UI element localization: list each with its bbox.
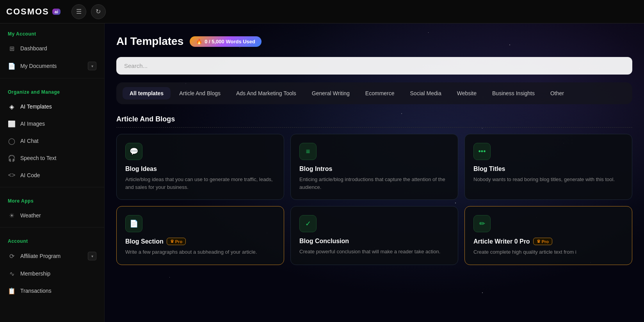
blog-section-pro-badge: ♛ Pro	[167, 238, 186, 245]
blog-intros-title: Blog Intros	[299, 165, 332, 173]
card-blog-conclusion[interactable]: ✓ Blog Conclusion Create powerful conclu…	[290, 206, 458, 265]
sidebar: My Account ⊞ Dashboard 📄 My Documents ▾ …	[0, 23, 105, 322]
sidebar-divider-2	[0, 187, 104, 187]
membership-icon: ∿	[8, 270, 16, 278]
organize-label: Organize and Manage	[0, 82, 104, 98]
tab-ecommerce[interactable]: Ecommerce	[358, 87, 402, 100]
sidebar-item-speech-to-text[interactable]: 🎧 Speech to Text	[0, 149, 104, 167]
blog-titles-title-row: Blog Titles	[473, 165, 623, 173]
tab-article-blogs[interactable]: Article And Blogs	[172, 87, 228, 100]
tabs-container: All templates Article And Blogs Ads And …	[116, 82, 632, 104]
blog-section-title: Blog Section	[125, 238, 164, 245]
blog-intros-title-row: Blog Intros	[299, 165, 449, 173]
sidebar-item-weather-label: Weather	[20, 212, 41, 219]
sidebar-item-ai-templates[interactable]: ◈ AI Templates	[0, 98, 104, 115]
card-blog-section[interactable]: 📄 Blog Section ♛ Pro Write a few paragra…	[116, 206, 284, 265]
topbar: COSMOS ai ☰ ↻	[0, 0, 644, 23]
blog-titles-title: Blog Titles	[473, 165, 505, 173]
card-blog-titles[interactable]: ••• Blog Titles Nobody wants to read bor…	[464, 134, 632, 200]
transactions-icon: 📋	[8, 287, 16, 295]
my-account-label: My Account	[0, 23, 104, 40]
flame-icon: 🔥	[196, 39, 202, 44]
sidebar-item-weather[interactable]: ☀ Weather	[0, 207, 104, 224]
tab-ads-marketing[interactable]: Ads And Marketing Tools	[229, 87, 303, 100]
speech-icon: 🎧	[8, 154, 16, 162]
article-writer-desc: Create complete high quality article tex…	[473, 248, 623, 256]
refresh-icon: ↻	[96, 8, 101, 15]
documents-icon: 📄	[8, 62, 16, 70]
tab-other[interactable]: Other	[543, 87, 571, 100]
tab-website[interactable]: Website	[450, 87, 484, 100]
blog-ideas-desc: Article/blog ideas that you can use to g…	[125, 176, 275, 191]
article-writer-pro-badge: ♛ Pro	[533, 238, 552, 245]
blog-conclusion-title-row: Blog Conclusion	[299, 238, 449, 245]
sidebar-item-affiliate[interactable]: ⟳ Affiliate Program ▾	[0, 247, 104, 265]
blog-intros-icon: ≡	[299, 143, 317, 160]
article-writer-icon: ✏	[473, 215, 491, 232]
section-heading: Article And Blogs	[116, 115, 632, 128]
sidebar-item-code-label: AI Code	[20, 172, 40, 178]
card-article-writer[interactable]: ✏ Article Writer 0 Pro ♛ Pro Create comp…	[464, 206, 632, 265]
blog-ideas-title: Blog Ideas	[125, 165, 157, 173]
search-container	[116, 57, 632, 75]
sidebar-item-dashboard[interactable]: ⊞ Dashboard	[0, 40, 104, 57]
sidebar-item-templates-label: AI Templates	[20, 103, 52, 110]
sidebar-item-speech-label: Speech to Text	[20, 155, 56, 161]
blog-intros-desc: Enticing article/blog introductions that…	[299, 176, 449, 191]
page-title: AI Templates	[116, 35, 183, 48]
blog-section-title-row: Blog Section ♛ Pro	[125, 238, 275, 245]
ai-images-icon: ⬜	[8, 120, 16, 128]
tab-business-insights[interactable]: Business Insights	[485, 87, 542, 100]
tab-social-media[interactable]: Social Media	[403, 87, 448, 100]
sidebar-item-chat-label: AI Chat	[20, 138, 39, 144]
sidebar-divider-3	[0, 227, 104, 228]
dashboard-icon: ⊞	[8, 44, 16, 52]
content-area: AI Templates 🔥 0 / 5,000 Words Used All …	[105, 23, 644, 322]
menu-icon: ☰	[76, 8, 82, 15]
content-inner: AI Templates 🔥 0 / 5,000 Words Used All …	[105, 23, 644, 277]
words-badge: 🔥 0 / 5,000 Words Used	[190, 36, 262, 47]
blog-section-desc: Write a few paragraphs about a subheadin…	[125, 248, 275, 256]
sidebar-item-ai-chat[interactable]: ◯ AI Chat	[0, 132, 104, 149]
pro-label: Pro	[175, 239, 182, 244]
ai-chat-icon: ◯	[8, 137, 16, 145]
blog-section-icon: 📄	[125, 215, 142, 232]
blog-conclusion-desc: Create powerful conclusion that will mak…	[299, 248, 449, 256]
refresh-button[interactable]: ↻	[91, 4, 106, 19]
sidebar-item-ai-images[interactable]: ⬜ AI Images	[0, 115, 104, 132]
weather-icon: ☀	[8, 212, 16, 219]
logo-badge: ai	[52, 9, 60, 15]
sidebar-item-documents-label: My Documents	[20, 63, 57, 69]
cards-grid: 💬 Blog Ideas Article/blog ideas that you…	[116, 134, 632, 265]
main-layout: My Account ⊞ Dashboard 📄 My Documents ▾ …	[0, 23, 644, 322]
blog-conclusion-title: Blog Conclusion	[299, 238, 349, 245]
search-input[interactable]	[116, 57, 632, 75]
ai-templates-icon: ◈	[8, 103, 16, 110]
sidebar-item-affiliate-label: Affiliate Program	[20, 253, 60, 259]
crown-icon-2: ♛	[537, 239, 541, 244]
blog-conclusion-icon: ✓	[299, 215, 317, 232]
sidebar-item-transactions[interactable]: 📋 Transactions	[0, 282, 104, 299]
logo-text: COSMOS	[6, 7, 49, 17]
sidebar-item-images-label: AI Images	[20, 121, 45, 127]
sidebar-item-ai-code[interactable]: <> AI Code	[0, 167, 104, 184]
sidebar-item-dashboard-label: Dashboard	[20, 45, 47, 52]
account-label: Account	[0, 231, 104, 247]
more-apps-label: More Apps	[0, 190, 104, 207]
article-writer-title: Article Writer 0 Pro	[473, 238, 530, 245]
documents-badge: ▾	[88, 62, 96, 70]
tab-general-writing[interactable]: General Writing	[305, 87, 357, 100]
card-blog-intros[interactable]: ≡ Blog Intros Enticing article/blog intr…	[290, 134, 458, 200]
sidebar-item-transactions-label: Transactions	[20, 288, 52, 294]
blog-ideas-title-row: Blog Ideas	[125, 165, 275, 173]
sidebar-item-my-documents[interactable]: 📄 My Documents ▾	[0, 57, 104, 75]
crown-icon: ♛	[170, 239, 174, 244]
sidebar-item-membership[interactable]: ∿ Membership	[0, 265, 104, 282]
tab-all-templates[interactable]: All templates	[123, 87, 171, 100]
sidebar-item-membership-label: Membership	[20, 270, 50, 277]
blog-titles-desc: Nobody wants to read boring blog titles,…	[473, 176, 623, 183]
card-blog-ideas[interactable]: 💬 Blog Ideas Article/blog ideas that you…	[116, 134, 284, 200]
blog-titles-icon: •••	[473, 143, 491, 160]
menu-button[interactable]: ☰	[71, 4, 86, 19]
blog-ideas-icon: 💬	[125, 143, 142, 160]
